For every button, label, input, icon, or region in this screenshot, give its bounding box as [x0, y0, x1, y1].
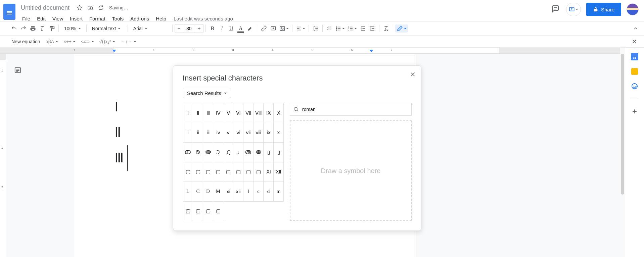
outline-toggle-button[interactable] [12, 64, 24, 76]
font-size-input[interactable] [183, 24, 195, 33]
keep-icon[interactable] [631, 68, 638, 75]
character-cell[interactable]: ⅻ [233, 182, 243, 202]
last-edit-link[interactable]: Last edit was seconds ago [174, 16, 233, 21]
character-cell[interactable]: ⅶ [243, 123, 254, 143]
close-equation-bar-button[interactable]: ✕ [628, 36, 641, 47]
new-equation-button[interactable]: New equation [10, 38, 42, 46]
character-cell[interactable]: ⅴ [223, 123, 233, 143]
increase-indent-button[interactable] [368, 24, 377, 33]
draw-symbol-area[interactable]: Draw a symbol here [290, 120, 412, 221]
character-cell[interactable]: ▢ [254, 162, 264, 182]
undo-button[interactable] [9, 24, 19, 33]
add-addon-button[interactable]: + [631, 108, 638, 115]
character-cell[interactable]: ⅳ [213, 123, 223, 143]
character-cell[interactable]: d [264, 182, 274, 202]
character-cell[interactable]: Ⅱ [193, 103, 203, 123]
checklist-button[interactable] [325, 24, 334, 33]
redo-button[interactable] [19, 24, 28, 33]
character-cell[interactable]: Ⅵ [233, 103, 243, 123]
character-cell[interactable]: ▢ [203, 201, 213, 221]
character-cell[interactable]: m [274, 182, 284, 202]
italic-button[interactable]: I [217, 24, 227, 33]
character-cell[interactable]: ▢ [213, 162, 223, 182]
character-cell[interactable]: Ⅻ [274, 162, 284, 182]
character-cell[interactable]: Ҁ [223, 143, 233, 162]
tasks-icon[interactable] [631, 83, 638, 90]
character-cell[interactable]: ⅺ [223, 182, 233, 202]
avatar[interactable] [627, 3, 639, 15]
character-cell[interactable]: ⅵ [233, 123, 243, 143]
character-cell[interactable]: ▢ [203, 162, 213, 182]
text-color-button[interactable]: A [236, 24, 245, 33]
character-cell[interactable]: Ⅷ [254, 103, 264, 123]
numbered-list-button[interactable]: 123 [346, 24, 358, 33]
insert-image-button[interactable] [278, 24, 290, 33]
bulleted-list-button[interactable] [334, 24, 346, 33]
decrease-indent-button[interactable] [358, 24, 368, 33]
vertical-ruler[interactable]: 1 1 2 [0, 54, 6, 257]
character-cell[interactable]: Ⅴ [223, 103, 233, 123]
eq-group-math[interactable]: √()x₂ⁿ [98, 38, 117, 45]
character-cell[interactable]: ⅹ [274, 123, 284, 143]
character-cell[interactable]: Ↄ [213, 143, 223, 162]
eq-group-rel[interactable]: ≤≠⊃ [80, 38, 95, 45]
character-cell[interactable]: ▢ [193, 201, 203, 221]
increase-font-button[interactable]: + [195, 24, 203, 33]
character-cell[interactable]: Ⅰ [183, 103, 193, 123]
character-cell[interactable]: Ⅸ [264, 103, 274, 123]
character-cell[interactable]: ⅰ [183, 123, 193, 143]
present-button[interactable] [566, 3, 581, 16]
character-cell[interactable]: ⅲ [203, 123, 213, 143]
character-cell[interactable]: L [183, 182, 193, 202]
right-margin-marker[interactable] [369, 50, 373, 52]
zoom-dropdown[interactable]: 100% [61, 24, 84, 33]
line-spacing-button[interactable] [311, 24, 320, 33]
character-cell[interactable]: ▯ [274, 143, 284, 162]
clear-formatting-button[interactable] [38, 24, 47, 33]
left-margin-marker[interactable] [112, 50, 116, 52]
comments-icon[interactable] [551, 5, 561, 14]
star-icon[interactable] [76, 4, 83, 11]
eq-group-greek[interactable]: αβΔ [44, 38, 60, 45]
search-input[interactable] [302, 106, 408, 112]
character-cell[interactable]: Ⅲ [203, 103, 213, 123]
character-cell[interactable]: ↈ [254, 143, 264, 162]
character-cell[interactable]: ↈ [203, 143, 213, 162]
calendar-icon[interactable]: 31 [631, 53, 638, 60]
character-cell[interactable]: ⅷ [254, 123, 264, 143]
font-dropdown[interactable]: Arial [130, 24, 170, 33]
character-cell[interactable]: Ⅳ [213, 103, 223, 123]
vertical-scrollbar[interactable] [621, 54, 624, 195]
character-cell[interactable]: Ⅺ [264, 162, 274, 182]
character-cell[interactable]: ▢ [243, 162, 254, 182]
paint-format-button[interactable] [47, 24, 56, 33]
add-comment-button[interactable] [269, 24, 278, 33]
character-cell[interactable]: ↀ [183, 143, 193, 162]
paragraph-style-dropdown[interactable]: Normal text [89, 24, 126, 33]
character-cell[interactable]: ↓ [233, 143, 243, 162]
editing-mode-button[interactable] [395, 24, 408, 33]
eq-group-arrows[interactable]: ←↑→ [119, 38, 138, 45]
character-cell[interactable]: ▢ [183, 162, 193, 182]
character-cell[interactable]: ▢ [233, 162, 243, 182]
eq-group-ops[interactable]: ×÷± [62, 38, 77, 45]
character-cell[interactable]: ↂ [243, 143, 254, 162]
character-cell[interactable]: ⅱ [193, 123, 203, 143]
share-button[interactable]: Share [586, 3, 621, 16]
highlight-button[interactable] [245, 24, 255, 33]
character-cell[interactable]: Ⅶ [243, 103, 254, 123]
character-cell[interactable]: ▢ [183, 201, 193, 221]
underline-button[interactable]: U [227, 24, 236, 33]
character-cell[interactable]: D [203, 182, 213, 202]
print-button[interactable] [28, 24, 38, 33]
character-cell[interactable]: ↁ [193, 143, 203, 162]
document-title[interactable]: Untitled document [19, 4, 72, 12]
character-cell[interactable]: ⅸ [264, 123, 274, 143]
character-cell[interactable]: ▢ [193, 162, 203, 182]
character-cell[interactable]: ▯ [264, 143, 274, 162]
move-icon[interactable] [87, 4, 94, 11]
bold-button[interactable]: B [208, 24, 217, 33]
character-cell[interactable]: ▢ [223, 162, 233, 182]
character-cell[interactable]: ▢ [213, 201, 223, 221]
horizontal-ruler[interactable]: 1 1 2 3 4 5 6 7 [0, 48, 620, 54]
